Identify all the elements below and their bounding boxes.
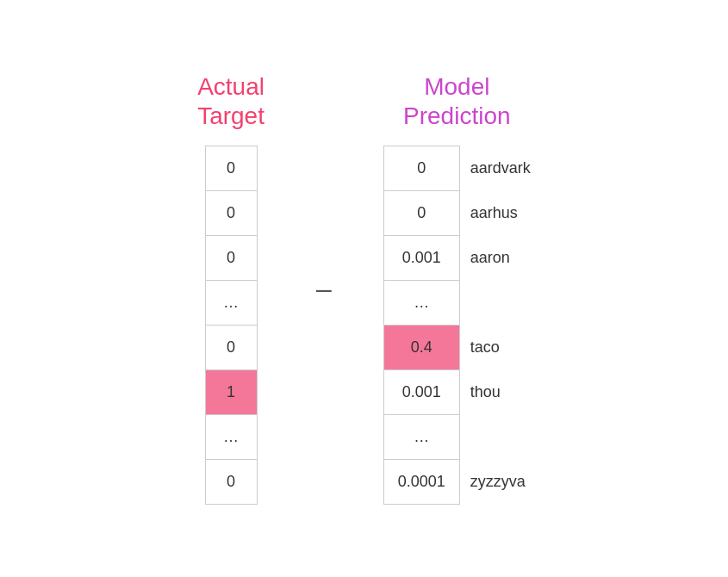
prediction-value-cell: … [383, 415, 459, 460]
prediction-label [470, 414, 531, 459]
actual-column: Actual Target 000…01…0 [197, 72, 264, 505]
actual-row: 0 [205, 460, 257, 505]
prediction-row: 0.001 [383, 236, 459, 281]
prediction-row: 0 [383, 146, 459, 191]
actual-row: 0 [205, 326, 257, 370]
prediction-label: aarhus [470, 190, 531, 235]
prediction-value-cell: 0.0001 [383, 460, 459, 505]
prediction-value-cell: … [383, 281, 459, 326]
prediction-wrapper: 000.001…0.40.001…0.0001 aardvarkaarhusaa… [383, 146, 531, 505]
prediction-label: taco [470, 325, 531, 369]
actual-row: 0 [205, 236, 257, 281]
prediction-value-cell: 0 [383, 191, 459, 236]
prediction-row: … [383, 415, 459, 460]
prediction-label: aardvark [470, 146, 531, 190]
actual-cell: 1 [205, 370, 257, 415]
prediction-row: 0.0001 [383, 460, 459, 505]
actual-row: 0 [205, 191, 257, 236]
main-container: Actual Target 000…01…0 – Model Predictio… [197, 72, 531, 505]
prediction-label [470, 280, 531, 325]
actual-title: Actual Target [197, 72, 264, 130]
prediction-title-line1: Model [424, 73, 489, 100]
prediction-value-cell: 0.001 [383, 236, 459, 281]
prediction-row: 0 [383, 191, 459, 236]
actual-cell: 0 [205, 460, 257, 505]
actual-cell: … [205, 281, 257, 326]
actual-cell: 0 [205, 191, 257, 236]
prediction-value-cell: 0.001 [383, 370, 459, 415]
prediction-row: 0.4 [383, 326, 459, 370]
prediction-label: zyzzyva [470, 459, 531, 504]
prediction-table: 000.001…0.40.001…0.0001 [383, 146, 460, 505]
prediction-value-cell: 0.4 [383, 326, 459, 370]
separator-symbol: – [316, 273, 332, 305]
prediction-row: 0.001 [383, 370, 459, 415]
prediction-column: Model Prediction 000.001…0.40.001…0.0001… [383, 72, 531, 505]
prediction-title: Model Prediction [403, 72, 511, 130]
actual-row: … [205, 281, 257, 326]
actual-row: 0 [205, 146, 257, 191]
prediction-label: aaron [470, 235, 531, 280]
prediction-label: thou [470, 369, 531, 414]
actual-row: … [205, 415, 257, 460]
prediction-title-line2: Prediction [403, 102, 511, 129]
actual-cell: 0 [205, 146, 257, 191]
actual-cell: … [205, 415, 257, 460]
actual-title-line2: Target [197, 102, 264, 129]
prediction-labels: aardvarkaarhusaarontacothouzyzzyva [460, 146, 531, 504]
actual-title-line1: Actual [197, 73, 264, 100]
actual-cell: 0 [205, 236, 257, 281]
prediction-row: … [383, 281, 459, 326]
actual-row: 1 [205, 370, 257, 415]
actual-table: 000…01…0 [205, 146, 258, 505]
actual-cell: 0 [205, 326, 257, 370]
prediction-value-cell: 0 [383, 146, 459, 191]
